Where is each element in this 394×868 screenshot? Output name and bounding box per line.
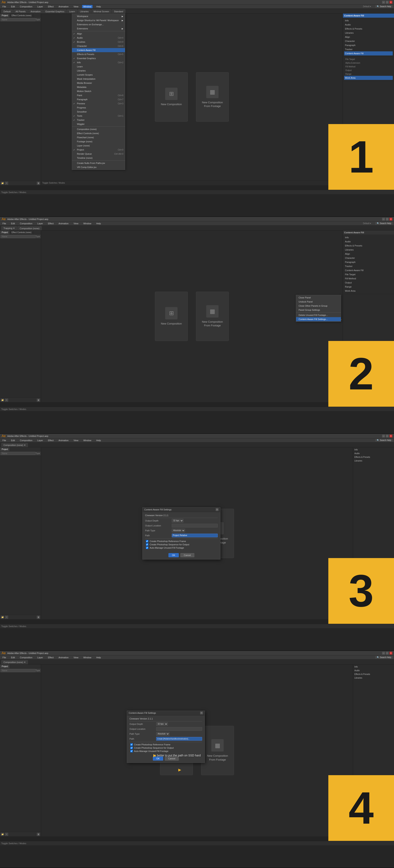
menu-composition[interactable]: Composition bbox=[19, 5, 34, 8]
dd-extensions[interactable]: Extensions▶ bbox=[72, 27, 125, 31]
menu-help-3[interactable]: Help bbox=[95, 439, 102, 442]
new-folder-btn-2[interactable]: 📁 bbox=[1, 399, 4, 402]
dialog-depth-select-4[interactable]: 32 bpc bbox=[156, 722, 168, 726]
ctx-undock-panel[interactable]: Undock Panel bbox=[296, 300, 341, 304]
new-comp-from-footage-option[interactable]: ▦ New CompositionFrom Footage bbox=[196, 72, 229, 122]
new-comp-btn[interactable]: + bbox=[5, 182, 8, 185]
menu-window-2[interactable]: Window bbox=[82, 222, 93, 225]
dd-vr-comp[interactable]: VR Comp Editor.jsx bbox=[72, 165, 125, 169]
cb-auto-manage-4[interactable] bbox=[130, 750, 133, 752]
dd-footage-none[interactable]: Footage (none) bbox=[72, 140, 125, 144]
menu-help-2[interactable]: Help bbox=[95, 222, 102, 225]
dd-brushes[interactable]: ✓BrushesCtrl+9 bbox=[72, 40, 125, 44]
panel-tab-effects[interactable]: Effect Controls (none) bbox=[10, 13, 33, 18]
panel-tab-project-4[interactable]: Project bbox=[0, 664, 10, 669]
workspace-tab-allpanels[interactable]: All Panels bbox=[13, 9, 28, 13]
menu-layer-3[interactable]: Layer bbox=[36, 439, 44, 442]
rp-effects[interactable]: Effects & Presets bbox=[344, 27, 393, 31]
workspace-tab-libraries[interactable]: Libraries bbox=[78, 9, 91, 13]
menu-edit-4[interactable]: Edit bbox=[10, 656, 16, 659]
menu-effect-3[interactable]: Effect bbox=[46, 439, 55, 442]
menu-file-3[interactable]: File bbox=[1, 439, 7, 442]
rp-align-2[interactable]: Align bbox=[344, 252, 393, 256]
dd-learn[interactable]: Learn bbox=[72, 64, 125, 69]
rp-libraries-2[interactable]: Libraries bbox=[344, 248, 393, 252]
search-help-btn-2[interactable]: 🔍 Search Help bbox=[375, 222, 393, 225]
close-btn-4[interactable]: ✕ bbox=[390, 652, 392, 655]
dd-lumetri[interactable]: Lumetri Scopes bbox=[72, 73, 125, 77]
panel-tab-project-2[interactable]: Project bbox=[0, 230, 10, 235]
workspace-tab-default[interactable]: Default bbox=[1, 9, 13, 13]
cb-photoshop-seq-4[interactable] bbox=[130, 747, 133, 749]
search-help-btn-3[interactable]: 🔍 Search Help bbox=[375, 439, 393, 442]
dd-paragraph[interactable]: ParagraphCtrl+7 bbox=[72, 97, 125, 101]
rp-workarea[interactable]: Work Area bbox=[344, 76, 393, 80]
delete-btn-4[interactable]: 🗑 bbox=[37, 833, 40, 836]
dialog-cancel-btn-3[interactable]: Cancel bbox=[180, 553, 194, 557]
dialog-close-4[interactable]: ✕ bbox=[200, 712, 203, 714]
maximize-btn-2[interactable]: □ bbox=[386, 218, 389, 221]
dialog-depth-select-3[interactable]: 32 bpc 16 bpc 8 bpc bbox=[172, 519, 184, 523]
search-help-btn-4[interactable]: 🔍 Search Help bbox=[375, 656, 393, 659]
close-btn-3[interactable]: ✕ bbox=[390, 435, 392, 437]
dd-wiggler[interactable]: Wiggler bbox=[72, 122, 125, 126]
rp-align[interactable]: Align bbox=[344, 35, 393, 39]
delete-btn-2[interactable]: 🗑 bbox=[37, 399, 40, 402]
dd-essential[interactable]: ✓Essential Graphics bbox=[72, 56, 125, 60]
cb-photoshop-seq-3[interactable] bbox=[146, 543, 149, 546]
dd-motion-sketch[interactable]: Motion Sketch bbox=[72, 89, 125, 93]
close-btn-2[interactable]: ✕ bbox=[390, 218, 392, 221]
ctx-close-panel[interactable]: Close Panel bbox=[296, 296, 341, 300]
new-comp-btn-3[interactable]: + bbox=[5, 616, 8, 619]
menu-file-2[interactable]: File bbox=[1, 222, 7, 225]
ctx-delete-unused[interactable]: Delete Unused Fill Footage... bbox=[296, 313, 341, 317]
rp-tracker-2[interactable]: Tracker bbox=[344, 264, 393, 268]
rp-output-2[interactable]: Output bbox=[344, 281, 393, 285]
ctx-close-other[interactable]: Close Other Panels in Group bbox=[296, 304, 341, 308]
ws-tab-comp-3[interactable]: Composition (none) ✕ bbox=[1, 443, 28, 447]
workspace-tab-essential[interactable]: Essential Graphics bbox=[43, 9, 67, 13]
dialog-pathtype-select-3[interactable]: Absolute Relative bbox=[172, 529, 185, 532]
panel-tab-project[interactable]: Project bbox=[0, 13, 10, 18]
dd-effects-presets[interactable]: Effects & PresetsCtrl+5 bbox=[72, 52, 125, 56]
menu-effect-4[interactable]: Effect bbox=[46, 656, 55, 659]
minimize-btn[interactable]: ─ bbox=[382, 1, 385, 4]
maximize-btn-4[interactable]: □ bbox=[386, 652, 389, 655]
dialog-location-input-3[interactable] bbox=[172, 524, 218, 527]
dialog-path-input-4[interactable] bbox=[156, 737, 202, 741]
dd-effectctrl-none[interactable]: Effect Controls (none) bbox=[72, 131, 125, 135]
new-composition-option[interactable]: ⊞ New Composition bbox=[155, 72, 188, 122]
rp-character-2[interactable]: Character bbox=[344, 256, 393, 260]
menu-animation-4[interactable]: Animation bbox=[57, 656, 70, 659]
menu-composition-4[interactable]: Composition bbox=[19, 656, 34, 659]
rp-audio-2[interactable]: Audio bbox=[344, 240, 393, 244]
dialog-pathtype-select-4[interactable]: Absolute bbox=[156, 732, 169, 736]
dd-tracker[interactable]: ✓Tracker bbox=[72, 118, 125, 122]
dd-mask-interp[interactable]: Mask Interpolation bbox=[72, 77, 125, 81]
menu-view-4[interactable]: View bbox=[72, 656, 79, 659]
rp-audio[interactable]: Audio bbox=[344, 23, 393, 27]
search-help-btn[interactable]: 🔍 Search Help bbox=[375, 5, 393, 8]
menu-layer[interactable]: Layer bbox=[36, 5, 44, 8]
menu-layer-2[interactable]: Layer bbox=[36, 222, 44, 225]
menu-window-4[interactable]: Window bbox=[82, 656, 93, 659]
new-comp-from-footage-option-2[interactable]: ▦ New CompositionFrom Footage bbox=[196, 292, 229, 341]
new-folder-btn[interactable]: 📁 bbox=[1, 182, 4, 185]
dd-character[interactable]: CharacterCtrl+6 bbox=[72, 44, 125, 48]
menu-effect[interactable]: Effect bbox=[46, 5, 55, 8]
rp-effects-2[interactable]: Effects & Presets bbox=[344, 244, 393, 248]
maximize-btn-3[interactable]: □ bbox=[386, 435, 389, 437]
dialog-close-3[interactable]: ✕ bbox=[216, 508, 219, 511]
dd-timeline-none[interactable]: Timeline (none) bbox=[72, 156, 125, 160]
cb-auto-manage-3[interactable] bbox=[146, 547, 149, 549]
dd-assign-shortcut[interactable]: Assign Shortcut to 'All Panels' Workspac… bbox=[72, 18, 125, 22]
rp-file-target-2[interactable]: File Target bbox=[344, 272, 393, 276]
rp-tracker[interactable]: Tracker bbox=[344, 47, 393, 51]
dialog-ok-btn-3[interactable]: OK bbox=[168, 553, 179, 557]
rp-caf-2[interactable]: Content-Aware Fill bbox=[344, 268, 393, 272]
rp-caf[interactable]: Content-Aware Fill bbox=[344, 51, 393, 56]
new-composition-option-2[interactable]: ⊞ New Composition bbox=[155, 292, 188, 341]
menu-view[interactable]: View bbox=[72, 5, 79, 8]
minimize-btn-3[interactable]: ─ bbox=[382, 435, 385, 437]
panel-tab-project-3[interactable]: Project bbox=[0, 447, 10, 451]
